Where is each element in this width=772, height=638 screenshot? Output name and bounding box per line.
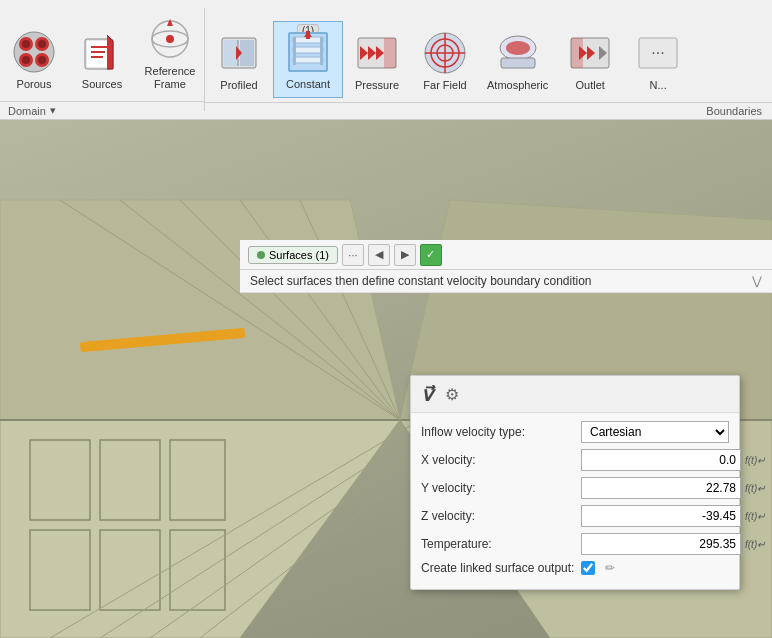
outlet-label: Outlet <box>575 79 604 92</box>
panel-header: v⃗ ⚙ <box>411 376 739 413</box>
velocity-icon: v⃗ <box>421 382 433 406</box>
selection-bar: Surfaces (1) ··· ◀ ▶ ✓ <box>240 240 772 270</box>
svg-rect-20 <box>224 40 238 66</box>
more-boundaries-icon: ··· <box>632 27 684 79</box>
toolbar-item-pressure[interactable]: Pressure <box>343 23 411 98</box>
surfaces-prev-button[interactable]: ◀ <box>368 244 390 266</box>
sources-icon <box>76 26 128 78</box>
reference-frame-label: ReferenceFrame <box>145 65 196 91</box>
toolbar-item-constant[interactable]: (1) <box>273 21 343 98</box>
boundaries-section-label: Boundaries <box>205 102 772 119</box>
inflow-velocity-type-row: Inflow velocity type: Cartesian <box>421 421 729 443</box>
profiled-icon <box>213 27 265 79</box>
svg-point-8 <box>38 56 46 64</box>
svg-marker-18 <box>167 19 173 26</box>
svg-point-2 <box>22 40 30 48</box>
constant-icon <box>282 26 334 78</box>
svg-rect-32 <box>306 31 310 39</box>
expand-icon[interactable]: ⋁ <box>752 274 762 288</box>
svg-rect-21 <box>240 40 254 66</box>
x-velocity-input[interactable] <box>581 449 741 471</box>
sources-label: Sources <box>82 78 122 91</box>
reference-frame-icon <box>144 13 196 65</box>
surfaces-confirm-button[interactable]: ✓ <box>420 244 442 266</box>
z-velocity-input[interactable] <box>581 505 741 527</box>
instruction-text: Select surfaces then define constant vel… <box>250 274 592 288</box>
inflow-velocity-type-select[interactable]: Cartesian <box>581 421 729 443</box>
surface-dot <box>257 251 265 259</box>
toolbar: Porous Sources <box>0 0 772 120</box>
far-field-label: Far Field <box>423 79 466 92</box>
toolbar-item-more[interactable]: ··· N... <box>624 23 692 98</box>
porous-label: Porous <box>17 78 52 91</box>
x-velocity-func[interactable]: f(t)↵ <box>743 455 767 466</box>
toolbar-item-profiled[interactable]: Profiled <box>205 23 273 98</box>
porous-icon <box>8 26 60 78</box>
svg-rect-27 <box>293 47 323 53</box>
viewport: Surfaces (1) ··· ◀ ▶ ✓ Select surfaces t… <box>0 120 772 638</box>
outlet-icon <box>564 27 616 79</box>
far-field-icon <box>419 27 471 79</box>
svg-rect-45 <box>501 58 535 68</box>
surfaces-button[interactable]: Surfaces (1) <box>248 246 338 264</box>
svg-point-44 <box>506 41 530 55</box>
svg-point-6 <box>22 56 30 64</box>
toolbar-item-outlet[interactable]: Outlet <box>556 23 624 98</box>
z-velocity-row: Z velocity: f(t)↵ <box>421 505 729 527</box>
svg-point-0 <box>14 32 54 72</box>
y-velocity-func[interactable]: f(t)↵ <box>743 483 767 494</box>
more-label: N... <box>650 79 667 92</box>
y-velocity-label: Y velocity: <box>421 481 581 495</box>
atmospheric-icon <box>492 27 544 79</box>
domain-section-label: Domain ▾ <box>0 101 204 119</box>
svg-point-4 <box>38 40 46 48</box>
surfaces-label: Surfaces (1) <box>269 249 329 261</box>
boundaries-section: Profiled (1) <box>205 0 772 119</box>
svg-rect-29 <box>293 37 296 65</box>
svg-rect-37 <box>384 38 396 68</box>
create-linked-label: Create linked surface output: <box>421 561 581 575</box>
inflow-velocity-type-label: Inflow velocity type: <box>421 425 581 439</box>
y-velocity-row: Y velocity: f(t)↵ <box>421 477 729 499</box>
gear-icon[interactable]: ⚙ <box>445 385 459 404</box>
x-velocity-row: X velocity: f(t)↵ <box>421 449 729 471</box>
toolbar-item-reference-frame[interactable]: ReferenceFrame <box>136 9 204 97</box>
velocity-panel: v⃗ ⚙ Inflow velocity type: Cartesian X v… <box>410 375 740 590</box>
surfaces-more-button[interactable]: ··· <box>342 244 364 266</box>
toolbar-item-porous[interactable]: Porous <box>0 22 68 97</box>
svg-rect-28 <box>293 57 323 63</box>
svg-marker-54 <box>0 200 400 420</box>
panel-body: Inflow velocity type: Cartesian X veloci… <box>411 413 739 589</box>
surfaces-next-button[interactable]: ▶ <box>394 244 416 266</box>
y-velocity-input[interactable] <box>581 477 741 499</box>
toolbar-item-atmospheric[interactable]: Atmospheric <box>479 23 556 98</box>
toolbar-item-sources[interactable]: Sources <box>68 22 136 97</box>
domain-dropdown-icon[interactable]: ▾ <box>50 104 56 117</box>
create-linked-checkbox[interactable] <box>581 561 595 575</box>
temperature-func[interactable]: f(t)↵ <box>743 539 767 550</box>
profiled-label: Profiled <box>220 79 257 92</box>
svg-point-16 <box>166 35 174 43</box>
svg-rect-30 <box>320 37 323 65</box>
instruction-bar: Select surfaces then define constant vel… <box>240 270 772 293</box>
domain-section: Porous Sources <box>0 0 204 119</box>
pencil-icon[interactable]: ✏ <box>605 561 615 575</box>
x-velocity-label: X velocity: <box>421 453 581 467</box>
z-velocity-func[interactable]: f(t)↵ <box>743 511 767 522</box>
temperature-input[interactable] <box>581 533 741 555</box>
z-velocity-label: Z velocity: <box>421 509 581 523</box>
svg-text:···: ··· <box>651 44 664 61</box>
temperature-label: Temperature: <box>421 537 581 551</box>
toolbar-item-far-field[interactable]: Far Field <box>411 23 479 98</box>
constant-label: Constant <box>286 78 330 91</box>
pressure-label: Pressure <box>355 79 399 92</box>
create-linked-row: Create linked surface output: ✏ <box>421 561 729 575</box>
pressure-icon <box>351 27 403 79</box>
temperature-row: Temperature: f(t)↵ <box>421 533 729 555</box>
atmospheric-label: Atmospheric <box>487 79 548 92</box>
